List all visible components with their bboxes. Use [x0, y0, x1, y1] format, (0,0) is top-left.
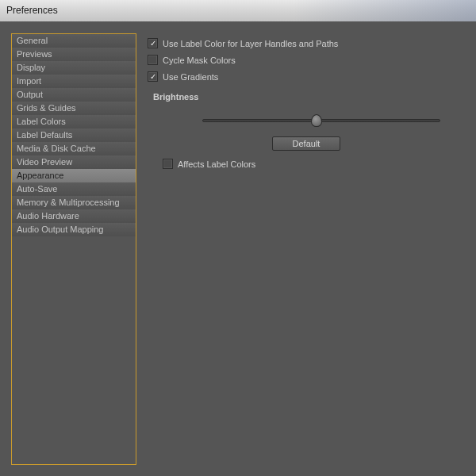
use-gradients-label: Use Gradients: [163, 72, 218, 82]
use-label-color-label: Use Label Color for Layer Handles and Pa…: [163, 39, 338, 48]
brightness-slider-thumb[interactable]: [311, 114, 322, 127]
cycle-mask-colors-checkbox[interactable]: [148, 55, 158, 65]
content-panel: Use Label Color for Layer Handles and Pa…: [148, 33, 465, 465]
sidebar-item-auto-save[interactable]: Auto-Save: [12, 182, 136, 196]
window-title: Preferences: [6, 5, 58, 16]
use-gradients-checkbox[interactable]: [148, 71, 158, 82]
affects-label-colors-checkbox[interactable]: [163, 159, 173, 169]
sidebar-item-label: Label Colors: [17, 117, 66, 126]
sidebar-item-label: Import: [17, 76, 41, 86]
use-label-color-row: Use Label Color for Layer Handles and Pa…: [148, 38, 465, 48]
use-label-color-checkbox[interactable]: [148, 38, 158, 48]
sidebar-item-label: Display: [17, 63, 45, 72]
sidebar-item-label: Memory & Multiprocessing: [17, 198, 120, 207]
sidebar-item-memory-mp[interactable]: Memory & Multiprocessing: [12, 196, 136, 209]
preferences-dialog: General Previews Display Import Output G…: [0, 22, 476, 476]
sidebar-item-display[interactable]: Display: [12, 61, 136, 75]
brightness-default-button[interactable]: Default: [272, 136, 340, 151]
sidebar-item-appearance[interactable]: Appearance: [12, 169, 136, 182]
sidebar-item-label: Label Defaults: [17, 130, 72, 140]
sidebar-item-label: Auto-Save: [17, 184, 57, 194]
sidebar-item-general[interactable]: General: [12, 34, 136, 48]
sidebar-item-audio-output-mapping[interactable]: Audio Output Mapping: [12, 223, 136, 236]
sidebar-item-label: Grids & Guides: [17, 103, 76, 113]
category-sidebar: General Previews Display Import Output G…: [11, 33, 136, 465]
sidebar-item-label: Media & Disk Cache: [17, 144, 96, 153]
sidebar-item-audio-hardware[interactable]: Audio Hardware: [12, 209, 136, 223]
affects-label-colors-label: Affects Label Colors: [178, 159, 255, 169]
sidebar-item-label: Output: [17, 90, 43, 99]
sidebar-item-media-disk-cache[interactable]: Media & Disk Cache: [12, 142, 136, 155]
sidebar-item-label-defaults[interactable]: Label Defaults: [12, 129, 136, 142]
use-gradients-row: Use Gradients: [148, 71, 465, 82]
cycle-mask-colors-label: Cycle Mask Colors: [163, 56, 236, 65]
sidebar-item-label: Video Preview: [17, 157, 72, 167]
sidebar-item-label: Previews: [17, 49, 52, 59]
sidebar-item-output[interactable]: Output: [12, 88, 136, 102]
sidebar-item-label: General: [17, 36, 48, 45]
sidebar-item-import[interactable]: Import: [12, 75, 136, 88]
sidebar-item-grids-guides[interactable]: Grids & Guides: [12, 102, 136, 115]
cycle-mask-colors-row: Cycle Mask Colors: [148, 55, 465, 65]
sidebar-item-label: Audio Hardware: [17, 211, 79, 221]
sidebar-item-video-preview[interactable]: Video Preview: [12, 155, 136, 169]
brightness-group: Brightness Default Affects Label Colors: [148, 88, 465, 176]
brightness-slider[interactable]: [202, 113, 440, 129]
window-title-bar: Preferences: [0, 0, 476, 22]
sidebar-item-label: Audio Output Mapping: [17, 225, 103, 234]
sidebar-item-previews[interactable]: Previews: [12, 48, 136, 61]
default-button-label: Default: [293, 139, 321, 148]
brightness-group-label: Brightness: [148, 92, 464, 102]
sidebar-item-label-colors[interactable]: Label Colors: [12, 115, 136, 129]
affects-label-colors-row: Affects Label Colors: [163, 159, 464, 169]
sidebar-item-label: Appearance: [17, 171, 63, 180]
